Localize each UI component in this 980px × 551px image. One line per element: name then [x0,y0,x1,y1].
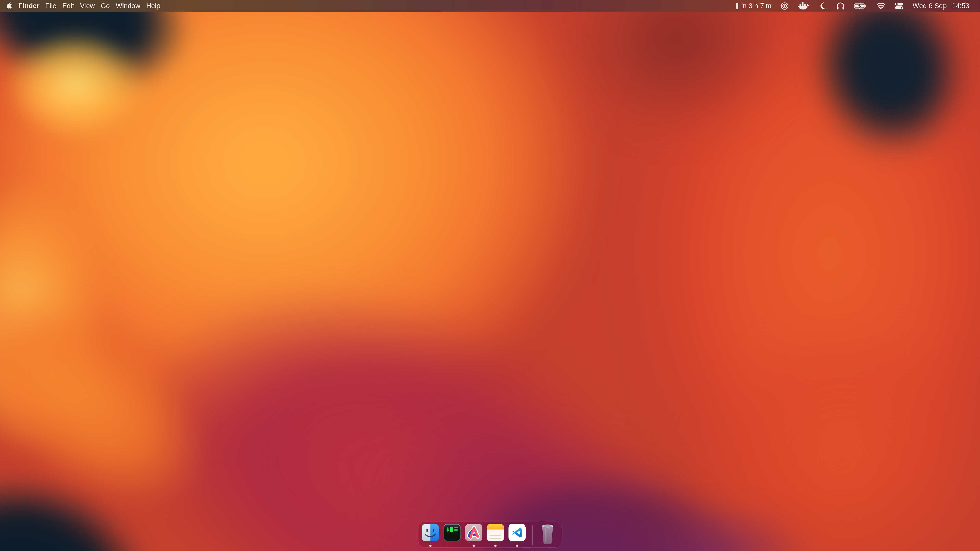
control-center-icon [895,2,904,10]
menu-window[interactable]: Window [116,2,140,10]
dock-arc-browser[interactable] [465,524,482,541]
terminal-icon: $ [443,524,461,541]
notes-icon [487,524,504,541]
terminal-prompt: $ [446,527,449,532]
menu-file[interactable]: File [45,2,57,10]
wallpaper [0,0,980,551]
clock-date: Wed 6 Sep [913,2,947,10]
trash-icon [539,524,555,545]
menu-bar-left: Finder File Edit View Go Window Help [6,2,160,10]
menu-app-name[interactable]: Finder [18,2,40,10]
status-docker[interactable] [798,2,810,10]
wifi-icon [877,2,886,10]
status-timer[interactable]: in 3 h 7 m [736,2,772,10]
dock-terminal[interactable]: $ [443,524,461,541]
menu-view[interactable]: View [80,2,95,10]
dock-finder[interactable] [422,524,439,541]
running-indicator [473,545,475,547]
status-focus[interactable] [819,2,827,10]
battery-charging-icon [854,3,867,10]
status-1password[interactable] [781,2,789,10]
status-headphones[interactable] [836,2,845,10]
running-indicator [494,545,496,547]
arc-browser-icon [465,524,482,541]
menu-help[interactable]: Help [146,2,161,10]
dock-notes[interactable] [487,524,504,541]
1password-icon [781,2,789,10]
running-indicator [516,545,518,547]
dock-trash[interactable] [539,524,556,541]
terminal-text-lines [454,527,458,532]
menu-bar-status: in 3 h 7 m [736,2,969,10]
terminal-cursor [450,527,453,532]
timer-text: in 3 h 7 m [741,2,772,10]
clock-time: 14:53 [952,2,969,10]
menu-go[interactable]: Go [101,2,110,10]
apple-icon [6,2,13,10]
timer-bar-icon [736,3,738,9]
headphones-icon [836,2,845,10]
status-control-center[interactable] [895,2,904,10]
status-clock[interactable]: Wed 6 Sep 14:53 [913,2,969,10]
moon-focus-icon [819,2,827,10]
menu-bar: Finder File Edit View Go Window Help in … [0,0,980,12]
dock: $ [418,522,562,548]
apple-menu[interactable] [6,2,13,10]
docker-icon [798,2,810,10]
vscode-icon [508,524,526,541]
desktop: Finder File Edit View Go Window Help in … [0,0,980,551]
menu-edit[interactable]: Edit [62,2,74,10]
finder-icon [422,524,439,541]
dock-separator[interactable] [532,526,533,545]
status-battery[interactable] [854,3,867,10]
status-wifi[interactable] [877,2,886,10]
running-indicator [429,545,431,547]
dock-vscode[interactable] [508,524,526,541]
